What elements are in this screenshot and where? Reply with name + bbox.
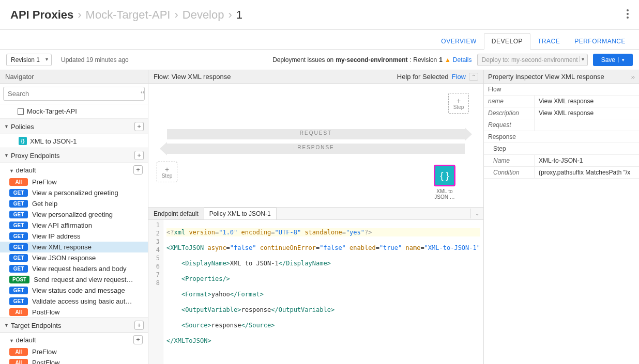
flow-section-label: Flow (484, 84, 639, 96)
prop-value[interactable] (535, 119, 639, 131)
prop-value[interactable]: (proxy.pathsuffix MatchesPath "/x (535, 167, 639, 178)
flow-item[interactable]: AllPreFlow (0, 346, 148, 357)
breadcrumb-proxy[interactable]: Mock-Target-API (86, 8, 171, 22)
add-target-endpoint-button[interactable]: + (134, 321, 144, 330)
flow-item[interactable]: GETGet help (0, 198, 148, 209)
details-link[interactable]: Details (453, 56, 472, 64)
deploy-to-select[interactable]: Deploy to: my-second-environment (477, 54, 588, 66)
flow-item[interactable]: GETView status code and message (0, 285, 148, 296)
collapse-code-icon[interactable]: ⌄ (470, 209, 483, 218)
flow-item[interactable]: GETView a personalized greeting (0, 187, 148, 198)
prop-key: name (484, 96, 535, 107)
flow-item[interactable]: GETView request headers and body (0, 263, 148, 274)
default-label: default (16, 336, 36, 344)
response-lane: RESPONSE (167, 144, 465, 154)
inspector-header-name: View XML response (545, 73, 604, 81)
deploy-env: my-second-environment (336, 56, 407, 64)
flow-label: PostFlow (32, 359, 59, 364)
navigator-header: Navigator (0, 70, 148, 84)
add-policy-button[interactable]: + (134, 122, 144, 131)
method-badge: GET (9, 254, 28, 262)
prop-key: Condition (484, 167, 535, 178)
add-flow-button[interactable]: + (133, 165, 143, 175)
policy-label: XML to JSON-1 (30, 137, 77, 145)
revision-select[interactable]: Revision 1 (6, 54, 52, 66)
flow-item[interactable]: GETValidate access using basic aut… (0, 296, 148, 307)
tab-overview[interactable]: OVERVIEW (434, 34, 483, 49)
proxy-root-label: Mock-Target-API (27, 107, 77, 115)
caret-down-icon: ▼ (9, 338, 14, 343)
warning-icon: ▲ (445, 56, 451, 64)
policy-node[interactable]: { } XML to JSON … (432, 165, 458, 200)
flow-item[interactable]: POSTSend request and view request… (0, 274, 148, 285)
method-badge: GET (9, 297, 28, 305)
breadcrumb-section[interactable]: Develop (182, 8, 224, 22)
help-prefix: Help for Selected (397, 73, 449, 81)
flow-item[interactable]: GETView personalized greeting (0, 209, 148, 220)
method-badge: POST (9, 276, 29, 283)
flow-item[interactable]: AllPostFlow (0, 357, 148, 364)
proxy-root-item[interactable]: Mock-Target-API (0, 104, 148, 119)
flow-item[interactable]: AllPreFlow (0, 177, 148, 187)
updated-text: Updated 19 minutes ago (61, 56, 129, 64)
collapse-canvas-icon[interactable]: ⌃ (469, 73, 478, 81)
flow-header-prefix: Flow: (154, 73, 172, 81)
method-badge: GET (9, 189, 28, 197)
tab-trace[interactable]: TRACE (530, 34, 567, 49)
add-step-button[interactable]: +Step (157, 162, 177, 182)
tab-performance[interactable]: PERFORMANCE (567, 34, 633, 49)
flow-help-link[interactable]: Flow (452, 73, 466, 81)
kebab-menu-icon[interactable] (627, 9, 629, 19)
flow-label: PostFlow (32, 308, 59, 316)
navigator-sidebar: Navigator Mock-Target-API ▼Policies + {}… (0, 70, 148, 364)
flow-label: PreFlow (32, 178, 57, 186)
collapse-sidebar-icon[interactable]: ‹‹ (141, 89, 144, 95)
target-endpoints-label: Target Endpoints (11, 322, 62, 329)
flow-item[interactable]: GETView IP address (0, 231, 148, 242)
flow-canvas: +Step REQUEST RESPONSE +Step { } XML to … (148, 84, 483, 208)
expand-inspector-icon[interactable]: ›› (631, 74, 635, 80)
step-label: Step (453, 104, 464, 110)
breadcrumb-root[interactable]: API Proxies (10, 8, 73, 22)
method-badge: GET (9, 265, 28, 273)
flow-item[interactable]: GETView XML response (0, 242, 148, 252)
flow-label: View JSON response (32, 254, 96, 262)
code-tab-endpoint[interactable]: Endpoint default (148, 208, 204, 219)
prop-value[interactable]: XML-to-JSON-1 (535, 155, 639, 166)
policy-item[interactable]: {} XML to JSON-1 (0, 134, 148, 148)
flow-label: Validate access using basic aut… (32, 297, 132, 305)
policies-section[interactable]: ▼Policies + (0, 119, 148, 134)
target-endpoints-section[interactable]: ▼Target Endpoints + (0, 318, 148, 333)
code-tab-policy[interactable]: Policy XML to JSON-1 (204, 208, 277, 219)
toolbar: Revision 1 Updated 19 minutes ago Deploy… (0, 50, 639, 70)
method-badge: GET (9, 200, 28, 208)
code-content[interactable]: <?xml version="1.0" encoding="UTF-8" sta… (163, 220, 483, 364)
flow-label: View IP address (32, 232, 80, 240)
flow-label: View status code and message (32, 287, 125, 294)
request-label: REQUEST (296, 130, 336, 136)
code-editor[interactable]: 12 ▾345678 <?xml version="1.0" encoding=… (148, 220, 483, 364)
method-badge: GET (9, 243, 28, 251)
code-tabs: Endpoint default Policy XML to JSON-1 ⌄ (148, 208, 483, 220)
prop-value[interactable]: View XML response (535, 107, 639, 119)
prop-value[interactable]: View XML response (535, 96, 639, 107)
default-endpoint[interactable]: ▼ default + (0, 163, 148, 177)
add-target-flow-button[interactable]: + (133, 335, 143, 344)
add-step-button[interactable]: +Step (448, 93, 469, 114)
proxy-endpoints-section[interactable]: ▼Proxy Endpoints + (0, 148, 148, 163)
target-default-endpoint[interactable]: ▼ default + (0, 333, 148, 346)
caret-down-icon: ▼ (4, 124, 9, 129)
add-proxy-endpoint-button[interactable]: + (134, 151, 144, 160)
save-button[interactable]: Save (593, 54, 633, 66)
flow-item[interactable]: GETView JSON response (0, 252, 148, 263)
search-input[interactable] (3, 87, 145, 101)
flow-item[interactable]: GETView API affirmation (0, 220, 148, 231)
flow-item[interactable]: AllPostFlow (0, 307, 148, 318)
deploy-prefix: Deployment issues on (272, 56, 333, 64)
deployment-issue-text: Deployment issues on my-second-environme… (272, 56, 471, 64)
breadcrumb-bar: API Proxies › Mock-Target-API › Develop … (0, 0, 639, 30)
breadcrumb: API Proxies › Mock-Target-API › Develop … (10, 8, 242, 22)
flow-label: View request headers and body (32, 265, 127, 273)
caret-down-icon: ▼ (9, 168, 14, 173)
tab-develop[interactable]: DEVELOP (484, 33, 530, 50)
